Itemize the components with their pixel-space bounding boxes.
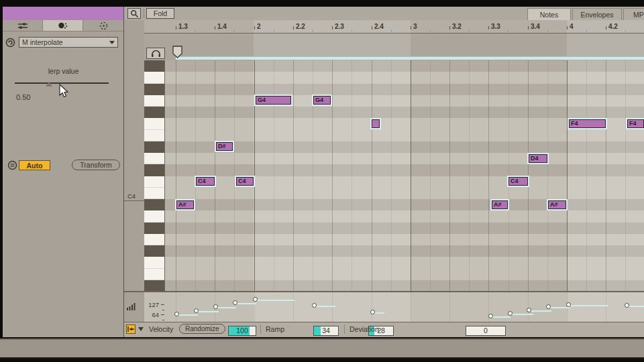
piano-key[interactable] bbox=[144, 210, 165, 222]
loop-icon[interactable] bbox=[7, 160, 17, 173]
piano-key[interactable] bbox=[144, 153, 165, 164]
midi-note-F4[interactable]: F4 bbox=[569, 119, 606, 128]
midi-note-A#3[interactable]: A# bbox=[548, 200, 566, 209]
device-activator-icon[interactable] bbox=[5, 38, 15, 48]
auto-button[interactable]: Auto bbox=[19, 160, 50, 170]
beat-time-ruler[interactable]: 1.31.422.22.32.433.23.33.444.2 bbox=[144, 20, 644, 34]
vel-grid-line bbox=[488, 292, 489, 323]
midi-note-C4[interactable]: C4 bbox=[236, 177, 254, 186]
velocity-marker[interactable] bbox=[566, 302, 571, 307]
piano-key[interactable] bbox=[144, 60, 165, 72]
search-icon bbox=[130, 9, 139, 18]
grid-line-bar bbox=[567, 60, 568, 291]
tab-clip-view[interactable] bbox=[3, 20, 43, 32]
sliders-icon bbox=[17, 21, 28, 30]
tab-envelopes[interactable]: Envelopes bbox=[572, 8, 622, 20]
piano-key[interactable] bbox=[144, 164, 165, 176]
editor-toolbar: Fold Notes Envelopes MPE bbox=[124, 7, 644, 20]
grid-line-8th bbox=[352, 60, 352, 291]
note-grid[interactable]: A#C4D#C4G4G4A#C4D4A#F4F4 bbox=[165, 60, 644, 291]
velocity-marker[interactable] bbox=[488, 314, 493, 318]
piano-key[interactable] bbox=[144, 199, 165, 210]
piano-key[interactable] bbox=[144, 141, 165, 153]
slider-thumb[interactable] bbox=[46, 82, 52, 86]
midi-note-G4[interactable]: G4 bbox=[313, 96, 331, 105]
tab-notes[interactable]: Notes bbox=[527, 8, 571, 20]
midi-note-C4[interactable]: C4 bbox=[196, 177, 215, 186]
grid-line-beat bbox=[372, 60, 372, 291]
param-value: 0.50 bbox=[16, 93, 30, 101]
transform-button[interactable]: Transform bbox=[72, 160, 120, 170]
piano-key[interactable] bbox=[144, 118, 165, 129]
ruler-minor-tick bbox=[586, 30, 587, 32]
randomize-button[interactable]: Randomize bbox=[179, 324, 225, 334]
randomize-amount-box[interactable]: 100 bbox=[228, 326, 256, 336]
grid-line-8th bbox=[430, 60, 431, 291]
ruler-minor-tick bbox=[547, 30, 548, 32]
piano-key[interactable] bbox=[144, 234, 165, 245]
headphone-icon bbox=[151, 50, 161, 58]
loop-brace[interactable] bbox=[176, 56, 644, 60]
lane-fold-button[interactable] bbox=[126, 324, 136, 334]
ruler-label: 3.4 bbox=[531, 23, 540, 30]
device-select[interactable]: M interpolate bbox=[19, 37, 118, 48]
grid-line-8th bbox=[195, 60, 196, 291]
ruler-tick bbox=[215, 26, 215, 29]
piano-key[interactable] bbox=[144, 188, 165, 199]
vel-grid-line bbox=[606, 292, 606, 323]
ruler-minor-tick bbox=[195, 30, 196, 32]
tab-automation-view[interactable] bbox=[83, 20, 124, 32]
tab-mpe[interactable]: MPE bbox=[623, 8, 644, 20]
tab-device-view[interactable] bbox=[43, 20, 83, 32]
grid-line-8th bbox=[469, 60, 470, 291]
piano-key[interactable] bbox=[144, 107, 165, 118]
piano-key[interactable] bbox=[144, 269, 165, 280]
piano-key[interactable] bbox=[144, 245, 165, 257]
midi-note-D#4[interactable]: D# bbox=[216, 142, 233, 151]
velocity-lane[interactable]: 127 64 1 bbox=[124, 291, 644, 322]
midi-note-F4[interactable]: F4 bbox=[627, 119, 644, 128]
piano-key[interactable] bbox=[144, 223, 165, 234]
clip-title-bar[interactable] bbox=[3, 7, 124, 20]
velocity-marker[interactable] bbox=[312, 303, 317, 308]
device-panel: M interpolate lerp value 0.50 Auto Trans… bbox=[3, 7, 124, 337]
midi-note-F4[interactable] bbox=[372, 119, 380, 128]
ruler-minor-tick bbox=[274, 30, 274, 32]
ruler-tick bbox=[254, 26, 255, 29]
ruler-tick bbox=[293, 26, 294, 29]
midi-note-A#3[interactable]: A# bbox=[492, 200, 508, 209]
midi-note-C4[interactable]: C4 bbox=[508, 177, 528, 186]
grid-line-beat bbox=[176, 60, 176, 291]
velocity-marker[interactable] bbox=[546, 304, 551, 309]
lane-chooser-arrow[interactable] bbox=[138, 327, 144, 331]
midi-note-A#3[interactable]: A# bbox=[176, 200, 194, 209]
piano-key[interactable] bbox=[144, 95, 165, 107]
piano-key[interactable] bbox=[144, 257, 165, 268]
piano-key[interactable] bbox=[144, 72, 165, 83]
preview-button[interactable] bbox=[146, 48, 165, 59]
ramp-start-box[interactable]: 34 bbox=[313, 326, 339, 336]
midi-note-D4[interactable]: D4 bbox=[529, 154, 547, 163]
vel-tick bbox=[161, 314, 164, 315]
vel-tick bbox=[162, 310, 164, 310]
deviation-box[interactable]: 0 bbox=[466, 326, 506, 336]
velocity-ramp-line bbox=[549, 307, 570, 308]
piano-key[interactable] bbox=[144, 280, 165, 291]
velocity-marker[interactable] bbox=[625, 303, 629, 308]
grid-line-8th bbox=[234, 60, 235, 291]
search-button[interactable] bbox=[127, 8, 141, 19]
fold-button[interactable]: Fold bbox=[146, 8, 174, 19]
piano-key[interactable] bbox=[144, 130, 165, 141]
piano-key[interactable] bbox=[144, 176, 165, 188]
ruler-tick bbox=[449, 26, 450, 29]
playhead-marker[interactable] bbox=[172, 46, 182, 58]
piano-key[interactable] bbox=[144, 84, 165, 95]
ruler-label: 3.2 bbox=[452, 23, 462, 30]
grid-line-bar bbox=[411, 60, 411, 291]
lerp-slider[interactable] bbox=[15, 76, 109, 84]
velocity-marker[interactable] bbox=[213, 304, 218, 309]
midi-note-G4[interactable]: G4 bbox=[256, 96, 291, 105]
ruler-tick bbox=[176, 26, 176, 29]
ruler-label: 2.2 bbox=[296, 23, 305, 30]
grid-line-beat bbox=[528, 60, 529, 291]
